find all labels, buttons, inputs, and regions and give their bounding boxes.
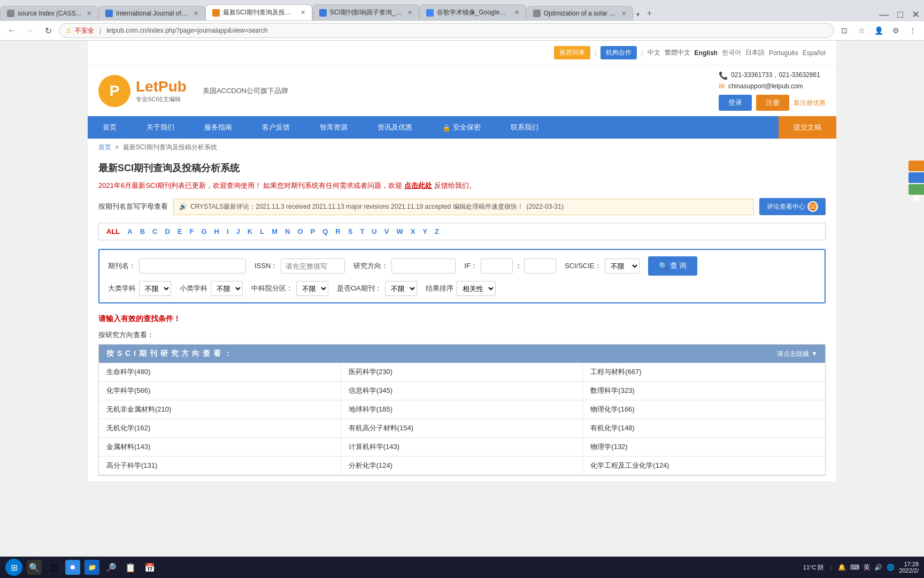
issn-input[interactable] (281, 258, 345, 273)
tab-close-4[interactable]: ✕ (407, 9, 412, 16)
letter-L[interactable]: L (260, 227, 264, 235)
letter-U[interactable]: U (372, 227, 376, 235)
letter-I[interactable]: I (227, 227, 229, 235)
sci-table-collapse[interactable]: 请点击隐藏 ▼ (777, 349, 818, 359)
letter-K[interactable]: K (248, 227, 252, 235)
register-button[interactable]: 注册 (756, 95, 789, 111)
letter-Q[interactable]: Q (322, 227, 328, 235)
close-btn[interactable]: ✕ (907, 9, 924, 20)
address-bar[interactable]: ⚠ 不安全 | letpub.com.cn/index.php?page=jou… (59, 23, 834, 38)
letter-F[interactable]: F (190, 227, 194, 235)
minimize-btn[interactable]: — (875, 9, 893, 20)
nav-feedback[interactable]: 客户反馈 (247, 116, 305, 139)
tab-close-5[interactable]: ✕ (514, 9, 519, 16)
sidebar-favorites-tab[interactable]: 我的收藏 (908, 184, 924, 195)
cas-select[interactable]: 不限 (296, 281, 328, 296)
nav-home[interactable]: 首页 (88, 116, 132, 139)
nav-services[interactable]: 服务指南 (189, 116, 247, 139)
minor-subject-select[interactable]: 不限 (211, 281, 243, 296)
tab-2[interactable]: International Journal of ... ✕ (98, 6, 205, 20)
letter-N[interactable]: N (285, 227, 290, 235)
list-item[interactable]: 物理化学(166) (583, 400, 825, 419)
oa-select[interactable]: 不限 (385, 281, 417, 296)
review-center-button[interactable]: 评论查看中心 GO (759, 198, 826, 215)
list-item[interactable]: 物理学(132) (583, 438, 825, 456)
letter-X[interactable]: X (411, 227, 415, 235)
letter-D[interactable]: D (165, 227, 170, 235)
letter-Y[interactable]: Y (422, 227, 427, 235)
breadcrumb-home[interactable]: 首页 (98, 143, 111, 151)
tab-1[interactable]: source Index (CASS... ✕ (0, 6, 98, 20)
list-item[interactable]: 生命科学(480) (99, 363, 341, 381)
list-item[interactable]: 高分子科学(131) (99, 457, 341, 475)
lang-es[interactable]: Español (803, 49, 826, 57)
list-item[interactable]: 医药科学(230) (341, 363, 583, 381)
list-item[interactable]: 金属材料(143) (99, 438, 341, 456)
forward-button[interactable]: → (22, 23, 37, 38)
notice-link[interactable]: 点击此处 (404, 181, 432, 189)
list-item[interactable]: 数理科学(323) (583, 382, 825, 400)
letter-C[interactable]: C (152, 227, 157, 235)
letter-J[interactable]: J (236, 227, 240, 235)
letter-G[interactable]: G (201, 227, 206, 235)
tab-overflow-btn[interactable]: ▾ (633, 9, 643, 20)
institution-cooperation-button[interactable]: 机构合作 (600, 46, 637, 59)
cast-button[interactable]: ⊡ (837, 24, 851, 37)
letter-Z[interactable]: Z (435, 227, 439, 235)
sci-select[interactable]: 不限 SCI SCIE (605, 258, 640, 273)
list-item[interactable]: 有机化学(148) (583, 419, 825, 437)
letter-all[interactable]: ALL (106, 227, 120, 235)
list-item[interactable]: 工程与材料(667) (583, 363, 825, 381)
tab-4[interactable]: SCI期刊影响因子查询_202... ✕ (312, 4, 419, 20)
list-item[interactable]: 化学工程及工业化学(124) (583, 457, 825, 475)
address-url[interactable]: letpub.com.cn/index.php?page=journalapp&… (106, 27, 827, 34)
sidebar-upload-tab[interactable]: 上传稿件 (908, 161, 924, 171)
tab-close-3[interactable]: ✕ (301, 9, 305, 16)
extensions-button[interactable]: ⚙ (889, 24, 903, 37)
journal-name-input[interactable] (139, 258, 246, 273)
lang-ja[interactable]: 日本語 (745, 48, 765, 57)
nav-about[interactable]: 关于我们 (132, 116, 189, 139)
if-min-input[interactable] (481, 258, 513, 273)
tab-3-active[interactable]: 最新SCI期刊查询及投稿分... ✕ (205, 4, 312, 20)
tab-close-6[interactable]: ✕ (621, 10, 626, 17)
list-item[interactable]: 无机非金属材料(210) (99, 400, 341, 419)
sidebar-feedback-tab[interactable]: 反馈建议 (908, 172, 924, 183)
nav-news[interactable]: 资讯及优惠 (363, 116, 427, 139)
tab-close-1[interactable]: ✕ (87, 10, 91, 17)
lang-pt[interactable]: Português (769, 49, 798, 57)
major-subject-select[interactable]: 不限 (139, 281, 171, 296)
list-item[interactable]: 分析化学(124) (341, 457, 583, 475)
letter-H[interactable]: H (214, 227, 219, 235)
tab-5[interactable]: 谷歌学术镜像_Google学术... ✕ (419, 4, 526, 20)
search-button[interactable]: 🔍 查 询 (648, 256, 698, 276)
maximize-btn[interactable]: □ (893, 9, 907, 20)
letter-O[interactable]: O (297, 227, 303, 235)
letter-V[interactable]: V (384, 227, 389, 235)
letter-S[interactable]: S (348, 227, 353, 235)
nav-security[interactable]: 🔒 安全保密 (427, 116, 496, 139)
lang-ko[interactable]: 한국어 (722, 48, 741, 57)
tab-6[interactable]: Optimization of a solar w... ✕ (526, 6, 633, 20)
back-button[interactable]: ← (4, 23, 19, 38)
letter-E[interactable]: E (178, 227, 182, 235)
letter-M[interactable]: M (272, 227, 278, 235)
list-item[interactable]: 地球科学(185) (341, 400, 583, 419)
sort-select[interactable]: 相关性 (457, 281, 496, 296)
research-input[interactable] (391, 258, 456, 273)
nav-submit[interactable]: 提交文稿 (779, 116, 836, 139)
profile-button[interactable]: 👤 (872, 24, 886, 37)
list-item[interactable]: 无机化学(162) (99, 419, 341, 437)
list-item[interactable]: 有机高分子材料(154) (341, 419, 583, 437)
letter-A[interactable]: A (127, 227, 132, 235)
nav-contact[interactable]: 联系我们 (496, 116, 553, 139)
lang-zh[interactable]: 中文 (648, 48, 660, 57)
list-item[interactable]: 化学科学(566) (99, 382, 341, 400)
letter-W[interactable]: W (396, 227, 403, 235)
letter-R[interactable]: R (335, 227, 340, 235)
lang-en[interactable]: English (695, 49, 718, 57)
letter-T[interactable]: T (360, 227, 364, 235)
if-max-input[interactable] (524, 258, 556, 273)
tab-close-2[interactable]: ✕ (194, 10, 198, 17)
list-item[interactable]: 信息科学(345) (341, 382, 583, 400)
